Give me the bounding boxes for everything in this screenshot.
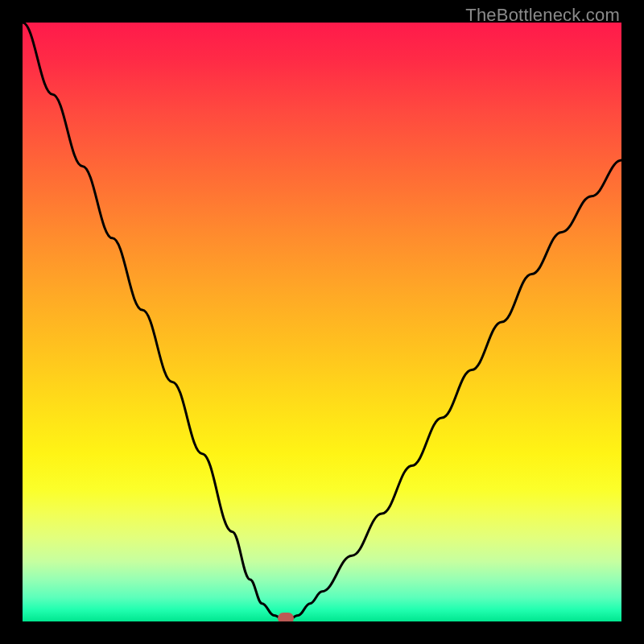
curve-path [23,23,621,621]
plot-area [23,23,621,621]
watermark-text: TheBottleneck.com [465,5,620,26]
chart-frame: TheBottleneck.com [0,0,644,644]
bottleneck-curve [23,23,621,621]
optimal-marker [278,613,294,621]
